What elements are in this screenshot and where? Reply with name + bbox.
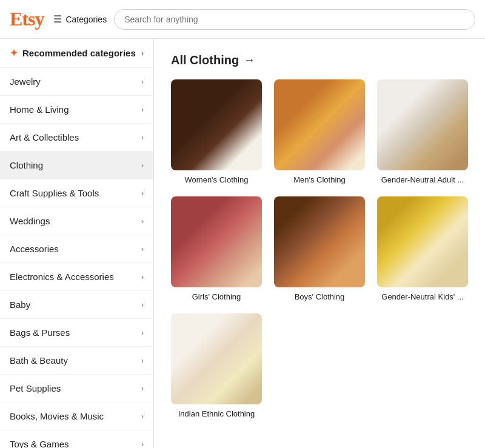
chevron-right-icon: › bbox=[141, 273, 144, 281]
all-clothing-title[interactable]: All Clothing → bbox=[171, 53, 468, 67]
clothing-card-womens[interactable]: Women's Clothing bbox=[171, 79, 262, 184]
sidebar-item-label: Baby bbox=[10, 299, 30, 310]
clothing-label-mens: Men's Clothing bbox=[293, 175, 346, 184]
clothing-image-indian bbox=[171, 313, 262, 404]
recommended-content: ✦ Recommended categories bbox=[10, 47, 136, 59]
clothing-image-boys bbox=[274, 196, 365, 287]
sidebar-item-recommended[interactable]: ✦ Recommended categories › bbox=[0, 39, 153, 68]
recommended-icon: ✦ bbox=[10, 47, 18, 59]
clothing-grid: Women's Clothing Men's Clothing Gender-N… bbox=[171, 79, 468, 418]
clothing-card-boys[interactable]: Boys' Clothing bbox=[274, 196, 365, 301]
sidebar-item-books-movies[interactable]: Books, Movies & Music› bbox=[0, 403, 153, 430]
chevron-right-icon: › bbox=[141, 412, 144, 421]
header: Etsy ☰ Categories bbox=[0, 0, 485, 39]
sidebar-item-toys-games[interactable]: Toys & Games› bbox=[0, 430, 153, 448]
chevron-right-icon: › bbox=[141, 105, 144, 114]
chevron-right-icon: › bbox=[141, 189, 144, 198]
etsy-logo[interactable]: Etsy bbox=[10, 8, 44, 30]
search-bar bbox=[114, 9, 475, 30]
sidebar-item-label: Toys & Games bbox=[10, 439, 69, 448]
clothing-figure-neutral-kids bbox=[377, 196, 468, 287]
chevron-right-icon: › bbox=[141, 49, 144, 58]
sidebar: ✦ Recommended categories ›Jewelry›Home &… bbox=[0, 39, 154, 448]
section-title-arrow: → bbox=[244, 54, 255, 67]
clothing-label-indian: Indian Ethnic Clothing bbox=[178, 409, 255, 418]
clothing-image-girls bbox=[171, 196, 262, 287]
clothing-figure-girls bbox=[171, 196, 262, 287]
clothing-card-mens[interactable]: Men's Clothing bbox=[274, 79, 365, 184]
sidebar-item-weddings[interactable]: Weddings› bbox=[0, 207, 153, 235]
sidebar-item-label: Clothing bbox=[10, 160, 43, 170]
sidebar-item-label: Bags & Purses bbox=[10, 327, 70, 338]
chevron-right-icon: › bbox=[141, 440, 144, 449]
chevron-right-icon: › bbox=[141, 329, 144, 337]
hamburger-icon: ☰ bbox=[53, 13, 62, 25]
chevron-right-icon: › bbox=[141, 78, 144, 86]
sidebar-item-electronics[interactable]: Electronics & Accessories› bbox=[0, 263, 153, 291]
sidebar-item-home-living[interactable]: Home & Living› bbox=[0, 96, 153, 124]
content-area: All Clothing → Women's Clothing Men's Cl… bbox=[154, 39, 485, 448]
main-layout: ✦ Recommended categories ›Jewelry›Home &… bbox=[0, 39, 485, 448]
search-input[interactable] bbox=[124, 15, 465, 24]
sidebar-item-baby[interactable]: Baby› bbox=[0, 291, 153, 319]
sidebar-item-label: Jewelry bbox=[10, 76, 41, 87]
sidebar-item-accessories[interactable]: Accessories› bbox=[0, 235, 153, 263]
clothing-figure-indian bbox=[171, 313, 262, 404]
chevron-right-icon: › bbox=[141, 301, 144, 309]
chevron-right-icon: › bbox=[141, 217, 144, 226]
sidebar-item-jewelry[interactable]: Jewelry› bbox=[0, 68, 153, 96]
chevron-right-icon: › bbox=[141, 133, 144, 142]
chevron-right-icon: › bbox=[141, 356, 144, 365]
clothing-image-womens bbox=[171, 79, 262, 170]
categories-button[interactable]: ☰ Categories bbox=[53, 13, 107, 25]
sidebar-item-label: Pet Supplies bbox=[10, 383, 61, 393]
clothing-image-neutral-kids bbox=[377, 196, 468, 287]
clothing-figure-boys bbox=[274, 196, 365, 287]
section-title-text: All Clothing bbox=[171, 53, 239, 67]
clothing-label-neutral-adult: Gender-Neutral Adult ... bbox=[381, 175, 464, 184]
clothing-card-neutral-kids[interactable]: Gender-Neutral Kids' ... bbox=[377, 196, 468, 301]
sidebar-item-bath-beauty[interactable]: Bath & Beauty› bbox=[0, 347, 153, 375]
clothing-image-neutral-adult bbox=[377, 79, 468, 170]
sidebar-item-pet-supplies[interactable]: Pet Supplies› bbox=[0, 375, 153, 403]
clothing-card-neutral-adult[interactable]: Gender-Neutral Adult ... bbox=[377, 79, 468, 184]
clothing-figure-womens bbox=[171, 79, 262, 170]
sidebar-item-bags-purses[interactable]: Bags & Purses› bbox=[0, 319, 153, 347]
clothing-label-neutral-kids: Gender-Neutral Kids' ... bbox=[381, 292, 463, 301]
sidebar-item-label: Craft Supplies & Tools bbox=[10, 188, 99, 198]
clothing-label-girls: Girls' Clothing bbox=[192, 292, 241, 301]
sidebar-item-label: Art & Collectibles bbox=[10, 132, 79, 142]
clothing-figure-neutral-adult bbox=[377, 79, 468, 170]
clothing-label-womens: Women's Clothing bbox=[185, 175, 249, 184]
sidebar-item-art-collectibles[interactable]: Art & Collectibles› bbox=[0, 124, 153, 152]
sidebar-item-clothing[interactable]: Clothing› bbox=[0, 152, 153, 179]
sidebar-item-craft-supplies[interactable]: Craft Supplies & Tools› bbox=[0, 179, 153, 207]
clothing-figure-mens bbox=[274, 79, 365, 170]
sidebar-item-label: Recommended categories bbox=[22, 48, 136, 58]
clothing-card-indian[interactable]: Indian Ethnic Clothing bbox=[171, 313, 262, 418]
sidebar-item-label: Weddings bbox=[10, 216, 50, 226]
sidebar-item-label: Books, Movies & Music bbox=[10, 411, 104, 421]
categories-label: Categories bbox=[65, 15, 107, 24]
clothing-card-girls[interactable]: Girls' Clothing bbox=[171, 196, 262, 301]
sidebar-item-label: Accessories bbox=[10, 244, 59, 254]
clothing-label-boys: Boys' Clothing bbox=[295, 292, 345, 301]
clothing-image-mens bbox=[274, 79, 365, 170]
chevron-right-icon: › bbox=[141, 161, 144, 170]
chevron-right-icon: › bbox=[141, 245, 144, 253]
chevron-right-icon: › bbox=[141, 384, 144, 393]
sidebar-item-label: Home & Living bbox=[10, 104, 69, 115]
sidebar-item-label: Electronics & Accessories bbox=[10, 272, 114, 282]
sidebar-item-label: Bath & Beauty bbox=[10, 355, 68, 366]
